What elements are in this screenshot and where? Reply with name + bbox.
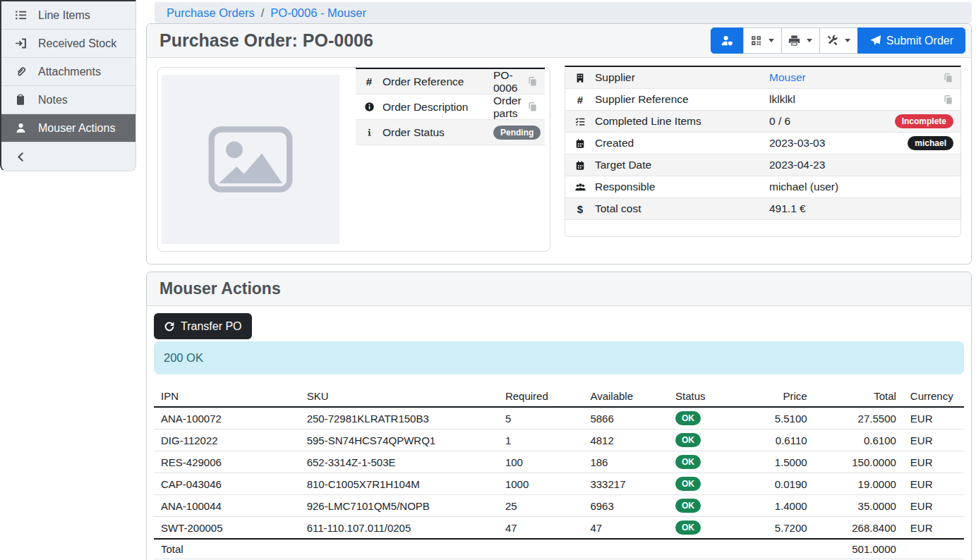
breadcrumb-link-purchase-orders[interactable]: Purchase Orders [167, 6, 255, 20]
cell-total: 19.0000 [814, 473, 903, 495]
sign-in-icon [12, 37, 29, 49]
column-header-required: Required [498, 386, 584, 407]
copy-icon[interactable] [943, 95, 953, 105]
chevron-down-icon [807, 39, 812, 42]
cell-sku: 652-3314Z-1-503E [300, 451, 498, 473]
cell-available: 47 [583, 517, 668, 540]
cell-status: OK [668, 451, 737, 473]
table-row: ANA-100044 926-LMC7101QM5/NOPB 25 6963 O… [154, 495, 964, 517]
sidebar-collapse-button[interactable] [1, 142, 135, 171]
cell-total: 0.6100 [814, 430, 903, 451]
column-header-price: Price [737, 386, 814, 407]
sidebar-item-line-items[interactable]: Line Items [1, 1, 135, 30]
purchase-order-panel-header: Purchase Order: PO-0006 [147, 24, 971, 58]
qrcode-icon [750, 35, 762, 47]
cell-available: 186 [583, 451, 668, 473]
page-title: Purchase Order: PO-0006 [159, 30, 711, 51]
column-header-currency: Currency [903, 386, 964, 407]
column-header-status: Status [668, 386, 737, 407]
mouser-actions-panel-body: Transfer PO 200 OK IPN SKU Required Avai… [147, 306, 971, 559]
dollar-icon: $ [565, 203, 595, 215]
breadcrumb-link-current-order[interactable]: PO-0006 - Mouser [270, 6, 366, 20]
sidebar-item-mouser-actions[interactable]: Mouser Actions [1, 114, 135, 142]
cell-price: 1.5000 [737, 451, 814, 473]
sidebar-item-notes[interactable]: Notes [1, 86, 135, 114]
user-shield-icon [721, 35, 734, 47]
submit-order-button[interactable]: Submit Order [857, 28, 965, 54]
paperclip-icon [12, 66, 29, 78]
cell-ipn: RES-429006 [154, 451, 300, 473]
cell-ipn: ANA-100072 [154, 407, 300, 430]
cell-currency: EUR [903, 495, 964, 517]
ok-badge: OK [675, 411, 701, 425]
cell-status: OK [668, 517, 737, 540]
order-detail-row: Order Description Order parts [356, 95, 545, 120]
admin-button[interactable] [711, 28, 744, 54]
cell-currency: EUR [903, 517, 964, 540]
cell-ipn: SWT-200005 [154, 517, 300, 540]
order-options-button[interactable] [819, 28, 858, 54]
line-items-table: IPN SKU Required Available Status Price … [154, 386, 964, 559]
cell-required: 5 [498, 407, 584, 430]
sidebar-item-attachments[interactable]: Attachments [1, 58, 135, 86]
table-row: SWT-200005 611-110.107.011/0205 47 47 OK… [154, 517, 964, 540]
transfer-po-button[interactable]: Transfer PO [154, 313, 252, 339]
cell-currency: EUR [903, 451, 964, 473]
order-detail-row: # Order Reference PO-0006 [356, 69, 545, 95]
chevron-down-icon [769, 39, 774, 42]
supplier-detail-row: Completed Line Items 0 / 6 Incomplete [565, 111, 960, 133]
cell-required: 25 [498, 495, 584, 517]
mouser-actions-panel: Mouser Actions Transfer PO 200 OK IPN SK… [146, 272, 972, 560]
table-row: ANA-100072 250-72981KLRATR150B3 5 5866 O… [154, 407, 964, 430]
order-detail-row: Order Status Pending [356, 120, 545, 145]
copy-icon[interactable] [527, 102, 538, 112]
tools-icon [826, 35, 838, 47]
mouser-actions-panel-header: Mouser Actions [147, 272, 971, 306]
sidebar-item-label: Received Stock [38, 37, 116, 50]
hash-icon: # [356, 75, 382, 87]
supplier-detail-row: # Supplier Reference lklklkl [565, 89, 960, 111]
rotate-icon [164, 321, 175, 332]
calendar-icon [565, 160, 595, 171]
cell-status: OK [668, 495, 737, 517]
cell-sku: 926-LMC7101QM5/NOPB [300, 495, 498, 517]
building-icon [565, 73, 595, 83]
order-actions-toolbar: Submit Order [711, 28, 965, 54]
creator-badge: michael [908, 136, 953, 150]
supplier-detail-row: Target Date 2023-04-23 [565, 154, 960, 176]
clipboard-icon [12, 94, 29, 106]
table-row: CAP-043046 810-C1005X7R1H104M 1000 33321… [154, 473, 964, 495]
print-actions-button[interactable] [781, 28, 820, 54]
supplier-link[interactable]: Mouser [769, 71, 806, 83]
sidebar-item-received-stock[interactable]: Received Stock [1, 30, 135, 58]
cell-sku: 611-110.107.011/0205 [300, 517, 498, 540]
cell-currency: EUR [903, 473, 964, 495]
cell-price: 0.0190 [737, 473, 814, 495]
status-alert: 200 OK [154, 341, 964, 375]
cell-currency: EUR [903, 407, 964, 430]
cell-available: 333217 [583, 473, 668, 495]
column-header-available: Available [583, 386, 668, 407]
sidebar-item-label: Notes [38, 94, 68, 106]
cell-total: 150.0000 [814, 451, 903, 473]
barcode-actions-button[interactable] [743, 28, 782, 54]
user-icon [12, 122, 29, 134]
ok-badge: OK [675, 477, 701, 491]
copy-icon[interactable] [527, 76, 538, 87]
table-header-row: IPN SKU Required Available Status Price … [154, 386, 964, 407]
column-header-ipn: IPN [154, 386, 300, 407]
breadcrumb-separator: / [255, 6, 271, 20]
cell-price: 5.5100 [737, 407, 814, 430]
panel-title: Mouser Actions [159, 279, 281, 298]
cell-available: 5866 [583, 407, 668, 430]
cell-sku: 595-SN74HCS74QPWRQ1 [300, 430, 498, 451]
table-row: RES-429006 652-3314Z-1-503E 100 186 OK 1… [154, 451, 964, 473]
info-circle-icon [356, 102, 382, 112]
sidebar-item-label: Line Items [38, 9, 90, 22]
copy-icon[interactable] [943, 73, 953, 83]
ok-badge: OK [675, 455, 701, 469]
submit-order-label: Submit Order [886, 35, 953, 47]
chevron-down-icon [845, 39, 850, 42]
chevron-left-icon [12, 152, 29, 162]
cell-total: 27.5500 [814, 407, 903, 430]
